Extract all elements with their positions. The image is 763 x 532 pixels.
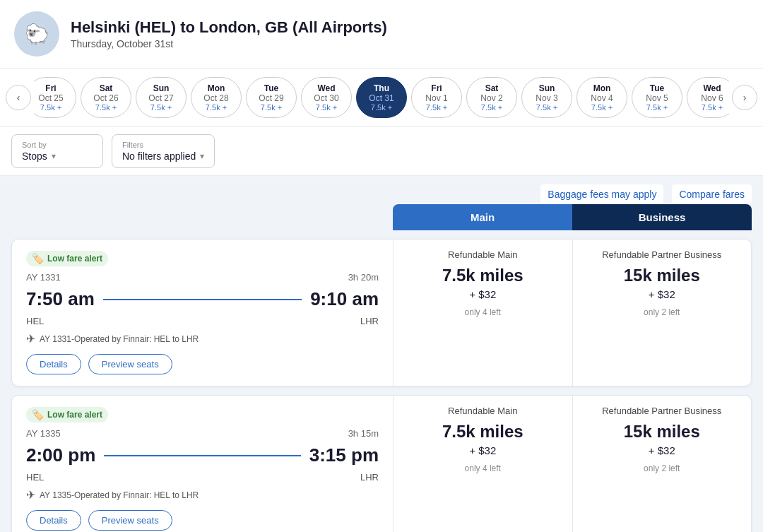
arrive-time-0: 9:10 am — [310, 288, 379, 310]
flight-meta-0: AY 1331 3h 20m — [26, 272, 379, 283]
route-title: Helsinki (HEL) to London, GB (All Airpor… — [71, 18, 387, 37]
sort-chevron-icon: ▾ — [52, 151, 56, 161]
arrive-airport-0: LHR — [360, 316, 379, 326]
card-actions-0: Details Preview seats — [26, 354, 379, 374]
operator-1: ✈ AY 1335-Operated by Finnair: HEL to LH… — [26, 488, 379, 502]
filters-chevron-icon: ▾ — [200, 151, 204, 161]
main-fare-option-0[interactable]: Refundable Main 7.5k miles + $32 only 4 … — [394, 240, 573, 386]
date-pill-11[interactable]: Tue Nov 5 7.5k + — [632, 77, 682, 118]
date-pill-1[interactable]: Sat Oct 26 7.5k + — [81, 77, 131, 118]
date-pill-2[interactable]: Sun Oct 27 7.5k + — [136, 77, 187, 118]
main-fare-type-1: Refundable Main — [448, 406, 517, 416]
date-pill-0[interactable]: Fri Oct 25 7.5k + — [34, 77, 76, 118]
flight-line-0 — [103, 299, 302, 300]
date-pill-3[interactable]: Mon Oct 28 7.5k + — [191, 77, 242, 118]
next-date-button[interactable]: › — [732, 85, 757, 110]
travel-date: Thursday, October 31st — [71, 38, 387, 49]
fare-options-1: Refundable Main 7.5k miles + $32 only 4 … — [394, 396, 751, 532]
destination-avatar: 🐑 — [14, 11, 59, 57]
controls-bar: Sort by Stops ▾ Filters No filters appli… — [0, 127, 763, 176]
main-fare-miles-0: 7.5k miles — [442, 266, 524, 285]
biz-fare-option-0[interactable]: Refundable Partner Business 15k miles + … — [573, 240, 752, 386]
biz-fare-option-1[interactable]: Refundable Partner Business 15k miles + … — [573, 396, 752, 532]
main-fare-avail-1: only 4 left — [465, 463, 501, 473]
details-button-0[interactable]: Details — [26, 354, 81, 374]
biz-fare-miles-0: 15k miles — [624, 266, 700, 285]
date-pill-10[interactable]: Mon Nov 4 7.5k + — [576, 77, 627, 118]
flight-cards-container: 🏷️ Low fare alert AY 1331 3h 20m 7:50 am… — [11, 239, 752, 532]
main-fare-plus-0: + $32 — [469, 288, 496, 300]
page-header: 🐑 Helsinki (HEL) to London, GB (All Airp… — [0, 0, 763, 69]
biz-fare-miles-1: 15k miles — [624, 422, 700, 442]
card-actions-1: Details Preview seats — [26, 510, 379, 531]
flight-info-0: 🏷️ Low fare alert AY 1331 3h 20m 7:50 am… — [12, 240, 394, 386]
biz-fare-avail-1: only 2 left — [644, 463, 680, 473]
flight-duration-0: 3h 20m — [348, 272, 379, 283]
biz-fare-plus-0: + $32 — [649, 288, 675, 300]
header-text: Helsinki (HEL) to London, GB (All Airpor… — [71, 18, 387, 49]
compare-fares-link[interactable]: Compare fares — [672, 184, 752, 204]
biz-fare-plus-1: + $32 — [649, 444, 675, 456]
flight-duration-1: 3h 15m — [348, 428, 379, 439]
sort-dropdown[interactable]: Sort by Stops ▾ — [11, 134, 103, 168]
filters-value: No filters applied ▾ — [122, 150, 204, 162]
flight-number-1: AY 1335 — [26, 428, 61, 439]
sort-value: Stops ▾ — [22, 150, 56, 162]
date-pill-7[interactable]: Fri Nov 1 7.5k + — [411, 77, 462, 118]
date-pill-9[interactable]: Sun Nov 3 7.5k + — [521, 77, 572, 118]
flight-number-0: AY 1331 — [26, 272, 61, 283]
preview-seats-button-1[interactable]: Preview seats — [88, 510, 172, 531]
date-pill-12[interactable]: Wed Nov 6 7.5k + — [687, 77, 729, 118]
baggage-fees-link[interactable]: Baggage fees may apply — [540, 184, 663, 204]
action-row: Baggage fees may apply Compare fares — [11, 184, 752, 204]
airports-0: HEL LHR — [26, 316, 379, 326]
depart-airport-0: HEL — [26, 316, 44, 326]
filters-dropdown[interactable]: Filters No filters applied ▾ — [112, 134, 215, 168]
biz-fare-type-0: Refundable Partner Business — [602, 249, 721, 260]
depart-time-0: 7:50 am — [26, 288, 95, 310]
flight-info-1: 🏷️ Low fare alert AY 1335 3h 15m 2:00 pm… — [12, 396, 394, 532]
flight-meta-1: AY 1335 3h 15m — [26, 428, 379, 439]
main-fare-avail-0: only 4 left — [465, 307, 501, 317]
main-content: Baggage fees may apply Compare fares Mai… — [0, 176, 763, 532]
depart-airport-1: HEL — [26, 472, 44, 483]
fare-column-headers: Main Business — [393, 204, 752, 230]
filters-label: Filters — [122, 141, 143, 149]
date-pill-4[interactable]: Tue Oct 29 7.5k + — [246, 77, 297, 118]
prev-date-button[interactable]: ‹ — [6, 85, 31, 110]
biz-fare-type-1: Refundable Partner Business — [602, 406, 721, 416]
arrive-airport-1: LHR — [360, 472, 379, 483]
flight-line-1 — [104, 455, 300, 456]
date-pill-6[interactable]: Thu Oct 31 7.5k + — [356, 77, 407, 118]
flight-card-1: 🏷️ Low fare alert AY 1335 3h 15m 2:00 pm… — [11, 395, 752, 532]
details-button-1[interactable]: Details — [26, 510, 81, 531]
flight-times-0: 7:50 am 9:10 am — [26, 288, 379, 310]
tag-icon-1: 🏷️ — [32, 409, 44, 420]
tag-icon-0: 🏷️ — [32, 253, 44, 264]
operator-0: ✈ AY 1331-Operated by Finnair: HEL to LH… — [26, 332, 379, 345]
preview-seats-button-0[interactable]: Preview seats — [88, 354, 172, 374]
airports-1: HEL LHR — [26, 472, 379, 483]
date-pills-container: Fri Oct 25 7.5k + Sat Oct 26 7.5k + Sun … — [34, 77, 729, 118]
flight-card-0: 🏷️ Low fare alert AY 1331 3h 20m 7:50 am… — [11, 239, 752, 386]
date-pill-5[interactable]: Wed Oct 30 7.5k + — [301, 77, 352, 118]
main-fare-type-0: Refundable Main — [448, 249, 517, 260]
main-fare-plus-1: + $32 — [469, 444, 496, 456]
low-fare-badge-0: 🏷️ Low fare alert — [26, 251, 108, 266]
flight-times-1: 2:00 pm 3:15 pm — [26, 444, 379, 466]
date-pill-8[interactable]: Sat Nov 2 7.5k + — [466, 77, 517, 118]
arrive-time-1: 3:15 pm — [309, 444, 379, 466]
plane-icon-0: ✈ — [26, 332, 35, 345]
business-column-header: Business — [572, 204, 752, 230]
main-fare-miles-1: 7.5k miles — [442, 422, 524, 442]
depart-time-1: 2:00 pm — [26, 444, 95, 466]
main-fare-option-1[interactable]: Refundable Main 7.5k miles + $32 only 4 … — [394, 396, 573, 532]
fare-options-0: Refundable Main 7.5k miles + $32 only 4 … — [394, 240, 751, 386]
biz-fare-avail-0: only 2 left — [644, 307, 680, 317]
low-fare-badge-1: 🏷️ Low fare alert — [26, 407, 108, 422]
sort-label: Sort by — [22, 141, 47, 149]
main-column-header: Main — [393, 204, 572, 230]
plane-icon-1: ✈ — [26, 488, 35, 502]
date-strip: ‹ Fri Oct 25 7.5k + Sat Oct 26 7.5k + Su… — [0, 69, 763, 127]
